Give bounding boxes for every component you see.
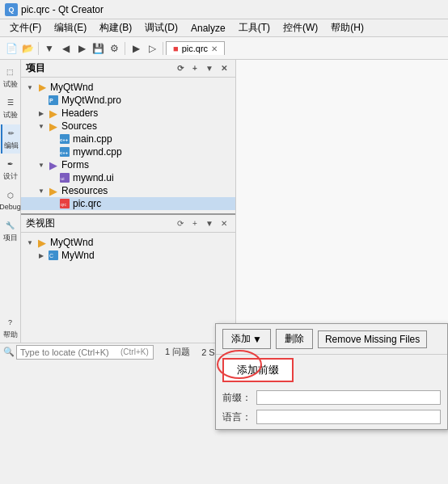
- beaker-icon: ⬚: [5, 66, 16, 78]
- tree-item-forms[interactable]: ▼ ▶ Forms: [21, 158, 235, 171]
- tree-item-main-cpp[interactable]: ▶ c++ main.cpp: [21, 133, 235, 145]
- project-tree: ▼ ▶ MyQtWnd ▶ P MyQtWnd.pro ▶ ▶ Headers: [21, 78, 235, 213]
- panels-column: 项目 ⟳ + ▼ ✕ ▼ ▶ MyQtWnd: [21, 60, 236, 343]
- menu-analyze[interactable]: Analyze: [184, 21, 232, 36]
- language-label: 语言：: [222, 410, 251, 424]
- toolbar-sep1: [38, 42, 39, 55]
- arrow-sources: ▼: [36, 120, 47, 132]
- toolbar-debug-run[interactable]: ▷: [144, 40, 160, 57]
- arrow-forms: ▼: [36, 159, 47, 170]
- cpp-icon-mywnd: c++: [58, 146, 71, 158]
- prefix-field-row: 前缀：: [222, 390, 441, 405]
- menu-tools[interactable]: 工具(T): [232, 19, 277, 36]
- svg-text:c++: c++: [60, 150, 69, 155]
- app-icon: Q: [5, 3, 18, 16]
- design-icon: ✒: [5, 158, 16, 170]
- classview-add-btn[interactable]: +: [188, 217, 201, 230]
- sidebar-label-test1: 试验: [3, 79, 18, 90]
- project-filter-btn[interactable]: ▼: [203, 62, 216, 75]
- tree-item-pro[interactable]: ▶ P MyQtWnd.pro: [21, 94, 235, 107]
- toolbar-forward[interactable]: ▶: [74, 40, 90, 57]
- toolbar-sep2: [125, 42, 125, 55]
- tree-item-mywnd-ui[interactable]: ▶ ui mywnd.ui: [21, 171, 235, 184]
- resource-add-button[interactable]: 添加 ▼: [222, 329, 271, 349]
- svg-text:c++: c++: [60, 137, 69, 142]
- ui-icon: ui: [58, 172, 71, 183]
- sidebar-label-project: 项目: [3, 233, 18, 243]
- toolbar-open[interactable]: 📂: [19, 40, 36, 57]
- remove-missing-label: Remove Missing Files: [325, 334, 420, 345]
- menu-build[interactable]: 构建(B): [93, 19, 138, 36]
- arrow-resources: ▼: [36, 185, 47, 196]
- arrow-class-myqtwnd: ▼: [24, 237, 36, 248]
- cpp-icon-main: c++: [58, 133, 71, 145]
- open-file-tab[interactable]: ■ pic.qrc ✕: [166, 41, 225, 55]
- language-input[interactable]: [256, 410, 441, 424]
- menu-debug[interactable]: 调试(D): [138, 19, 184, 36]
- sidebar-btn-help[interactable]: ? 帮助: [1, 314, 20, 343]
- resource-delete-button[interactable]: 删除: [276, 329, 313, 349]
- sidebar-btn-debug[interactable]: ⬡ Debug: [1, 186, 20, 215]
- menu-file[interactable]: 文件(F): [3, 19, 48, 36]
- tab-file-label: pic.qrc: [182, 44, 208, 53]
- classview-filter-btn[interactable]: ▼: [203, 217, 216, 230]
- label-class-myqtwnd: MyQtWnd: [50, 237, 93, 248]
- project-sync-btn[interactable]: ⟳: [174, 62, 187, 75]
- project-add-btn[interactable]: +: [188, 62, 201, 75]
- resource-fields: 前缀： 语言：: [216, 385, 447, 429]
- tree-item-myqtwnd[interactable]: ▼ ▶ MyQtWnd: [21, 81, 235, 94]
- classview-actions: ⟳ + ▼ ✕: [174, 217, 230, 230]
- sidebar-btn-edit[interactable]: ✏ 编辑: [1, 124, 20, 154]
- classview-sync-btn[interactable]: ⟳: [174, 217, 187, 230]
- toolbar-new[interactable]: 📄: [3, 40, 19, 57]
- sidebar-label-design: 设计: [3, 171, 18, 182]
- toolbar: 📄 📂 ▼ ◀ ▶ 💾 ⚙ ▶ ▷ ■ pic.qrc ✕: [0, 37, 448, 60]
- tree-item-sources[interactable]: ▼ ▶ Sources: [21, 120, 235, 133]
- resource-remove-missing-button[interactable]: Remove Missing Files: [318, 330, 427, 348]
- toolbar-back[interactable]: ◀: [57, 40, 74, 57]
- sidebar-btn-design[interactable]: ✒ 设计: [1, 155, 20, 184]
- toolbar-run[interactable]: ▶: [128, 40, 144, 57]
- left-sidebar: ⬚ 试验 ☰ 试验 ✏ 编辑 ✒ 设计 ⬡ Debug 🔧 项目 ? 帮助: [0, 60, 21, 343]
- classview-item-mywnd[interactable]: ▶ C MyWnd: [21, 249, 235, 262]
- sidebar-btn-test2[interactable]: ☰ 试验: [1, 94, 20, 123]
- toolbar-build[interactable]: ⚙: [106, 40, 122, 57]
- menu-help[interactable]: 帮助(H): [324, 19, 370, 36]
- resource-editor-toolbar: 添加 ▼ 删除 Remove Missing Files: [216, 324, 447, 355]
- label-sources: Sources: [61, 120, 97, 132]
- tree-item-resources[interactable]: ▼ ▶ Resources: [21, 184, 235, 197]
- folder-icon-headers: ▶: [47, 107, 60, 119]
- pro-icon: P: [47, 95, 60, 106]
- toolbar-filter[interactable]: ▼: [41, 40, 57, 57]
- status-search-input[interactable]: [20, 347, 117, 357]
- label-resources: Resources: [61, 185, 108, 196]
- add-label: 添加: [231, 332, 251, 346]
- menu-controls[interactable]: 控件(W): [277, 19, 324, 36]
- tree-item-headers[interactable]: ▶ ▶ Headers: [21, 107, 235, 120]
- tree-item-mywnd-cpp[interactable]: ▶ c++ mywnd.cpp: [21, 145, 235, 158]
- project-panel-header: 项目 ⟳ + ▼ ✕: [21, 60, 235, 78]
- sidebar-btn-project[interactable]: 🔧 项目: [1, 217, 20, 246]
- folder-icon-myqtwnd: ▶: [36, 82, 49, 93]
- classview-item-myqtwnd[interactable]: ▼ ▶ MyQtWnd: [21, 236, 235, 249]
- tree-item-pic-qrc[interactable]: ▶ qrc pic.qrc: [21, 197, 235, 210]
- status-tab-issues[interactable]: 1 问题: [160, 345, 195, 359]
- arrow-headers: ▶: [36, 107, 47, 119]
- classview-close-btn[interactable]: ✕: [218, 217, 230, 230]
- resource-add-prefix-button[interactable]: 添加前缀: [222, 358, 294, 382]
- label-myqtwnd: MyQtWnd: [50, 82, 93, 93]
- prefix-label: 前缀：: [222, 391, 251, 405]
- menu-edit[interactable]: 编辑(E): [48, 19, 93, 36]
- tab-file-icon: ■: [173, 44, 179, 53]
- arrow-myqtwnd: ▼: [24, 82, 36, 93]
- project-close-btn[interactable]: ✕: [218, 62, 230, 75]
- label-mywnd-ui: mywnd.ui: [73, 172, 114, 183]
- toolbar-save[interactable]: 💾: [90, 40, 106, 57]
- status-search-box[interactable]: (Ctrl+K): [16, 345, 154, 360]
- svg-text:ui: ui: [61, 176, 65, 181]
- prefix-input[interactable]: [256, 390, 441, 405]
- classview-tree: ▼ ▶ MyQtWnd ▶ C MyWnd: [21, 233, 235, 343]
- sidebar-label-edit: 编辑: [4, 141, 19, 151]
- sidebar-btn-test1[interactable]: ⬚ 试验: [1, 63, 20, 92]
- tab-close-btn[interactable]: ✕: [211, 44, 218, 53]
